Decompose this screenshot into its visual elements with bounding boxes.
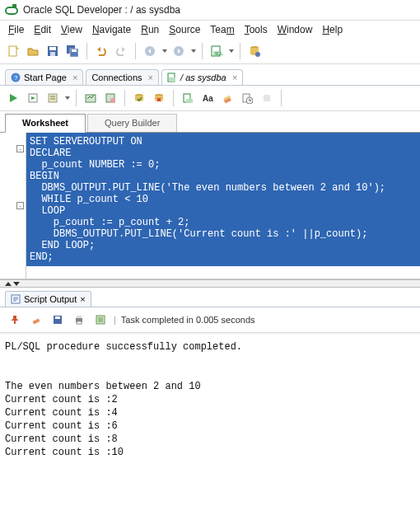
toolbar-separator xyxy=(135,43,136,59)
redo-button[interactable] xyxy=(113,43,129,59)
tab-start-page[interactable]: ? Start Page × xyxy=(5,69,83,85)
close-icon[interactable]: × xyxy=(70,73,77,82)
svg-rect-42 xyxy=(77,321,82,324)
db-tool-button[interactable] xyxy=(246,43,263,59)
sql-file-icon xyxy=(167,73,177,82)
collapse-down-icon[interactable] xyxy=(13,282,20,286)
sql-editor[interactable]: - - SET SERVEROUTPUT ONDECLARE p_count N… xyxy=(0,133,420,279)
save-output-button[interactable] xyxy=(49,312,66,328)
toolbar-separator xyxy=(124,90,125,106)
unshared-worksheet-button[interactable] xyxy=(180,90,196,106)
menu-tools[interactable]: Tools xyxy=(241,22,271,37)
tab-script-output[interactable]: Script Output × xyxy=(5,291,91,307)
save-button[interactable] xyxy=(44,43,61,59)
commit-button[interactable] xyxy=(131,90,147,106)
svg-text:?: ? xyxy=(14,74,18,82)
menu-window[interactable]: Window xyxy=(274,22,316,37)
to-uppercase-button[interactable]: Aa xyxy=(199,90,216,106)
toolbar-separator xyxy=(281,90,282,106)
collapse-up-icon[interactable] xyxy=(5,282,12,286)
tab-label: Start Page xyxy=(24,73,67,82)
sql-history-button[interactable] xyxy=(239,90,255,106)
run-script-button[interactable] xyxy=(25,90,41,106)
tab-connections[interactable]: Connections × xyxy=(86,69,159,85)
menu-view[interactable]: View xyxy=(58,22,86,37)
menu-help[interactable]: Help xyxy=(319,22,346,37)
output-text[interactable]: PL/SQL procedure successfully completed.… xyxy=(0,333,420,520)
new-button[interactable] xyxy=(5,43,21,59)
svg-point-24 xyxy=(110,98,115,103)
undo-button[interactable] xyxy=(93,43,110,59)
close-icon[interactable]: × xyxy=(80,294,85,304)
menu-edit[interactable]: Edit xyxy=(30,22,54,37)
svg-text:Aa: Aa xyxy=(203,94,213,103)
explain-dropdown[interactable] xyxy=(64,90,70,106)
tab-as-sysdba[interactable]: / as sysdba × xyxy=(161,69,243,85)
svg-rect-8 xyxy=(72,49,77,52)
sql-worksheet-button[interactable]: SQL xyxy=(208,43,225,59)
svg-rect-34 xyxy=(264,95,270,101)
main-toolbar: SQL xyxy=(0,40,420,64)
svg-rect-37 xyxy=(33,318,40,324)
toolbar-separator xyxy=(173,90,174,106)
forward-button[interactable] xyxy=(170,43,187,59)
fold-toggle[interactable]: - xyxy=(16,145,24,152)
toolbar-separator xyxy=(86,43,87,59)
back-dropdown[interactable] xyxy=(161,43,167,59)
app-logo-icon xyxy=(5,3,18,16)
print-button[interactable] xyxy=(71,312,87,328)
code-area[interactable]: SET SERVEROUTPUT ONDECLARE p_count NUMBE… xyxy=(26,133,420,279)
toolbar-separator xyxy=(240,43,240,59)
tab-label: Script Output xyxy=(24,294,77,304)
clear-button[interactable] xyxy=(219,90,236,106)
split-handle[interactable] xyxy=(0,279,420,288)
sql-dropdown[interactable] xyxy=(228,43,234,59)
tab-worksheet[interactable]: Worksheet xyxy=(5,114,86,133)
svg-rect-21 xyxy=(49,94,57,102)
svg-rect-2 xyxy=(9,46,16,56)
fold-toggle[interactable]: - xyxy=(16,202,24,209)
settings-button[interactable] xyxy=(259,90,275,106)
clear-output-button[interactable] xyxy=(28,312,44,328)
menubar: File Edit View Navigate Run Source Team … xyxy=(0,21,420,40)
toolbar-separator: | xyxy=(114,315,116,325)
toolbar-separator xyxy=(76,90,77,106)
menu-team[interactable]: Team xyxy=(207,22,237,37)
pin-button[interactable] xyxy=(7,312,23,328)
output-status: Task completed in 0.005 seconds xyxy=(121,315,255,325)
forward-dropdown[interactable] xyxy=(190,43,196,59)
svg-rect-1 xyxy=(12,4,16,8)
tab-label: Connections xyxy=(91,73,142,82)
close-icon[interactable]: × xyxy=(146,73,153,82)
fetch-size-button[interactable] xyxy=(92,312,109,328)
svg-rect-28 xyxy=(186,99,193,103)
open-button[interactable] xyxy=(25,43,41,59)
svg-rect-0 xyxy=(6,7,17,14)
menu-source[interactable]: Source xyxy=(166,22,203,37)
worksheet-toolbar: Aa xyxy=(0,86,420,111)
help-icon: ? xyxy=(11,73,21,82)
editor-gutter: - - xyxy=(0,133,26,279)
worksheet-subtabs: Worksheet Query Builder xyxy=(0,111,420,133)
svg-rect-41 xyxy=(77,316,82,318)
tab-query-builder[interactable]: Query Builder xyxy=(87,114,177,132)
document-tabs: ? Start Page × Connections × / as sysdba… xyxy=(0,64,420,86)
close-icon[interactable]: × xyxy=(230,73,237,82)
run-statement-button[interactable] xyxy=(5,90,21,106)
code-selection: SET SERVEROUTPUT ONDECLARE p_count NUMBE… xyxy=(26,133,420,266)
rollback-button[interactable] xyxy=(151,90,167,106)
script-output-icon xyxy=(11,294,21,304)
back-button[interactable] xyxy=(142,43,158,59)
save-all-button[interactable] xyxy=(64,43,81,59)
window-title: Oracle SQL Developer : / as sysdba xyxy=(23,4,180,16)
svg-text:SQL: SQL xyxy=(215,51,223,56)
menu-navigate[interactable]: Navigate xyxy=(89,22,134,37)
window-titlebar: Oracle SQL Developer : / as sysdba xyxy=(0,0,420,21)
sql-tuning-button[interactable] xyxy=(102,90,119,106)
menu-run[interactable]: Run xyxy=(138,22,162,37)
output-tab-row: Script Output × xyxy=(0,288,420,307)
menu-file[interactable]: File xyxy=(5,22,27,37)
explain-plan-button[interactable] xyxy=(44,90,61,106)
autotrace-button[interactable] xyxy=(82,90,99,106)
svg-rect-5 xyxy=(50,52,55,56)
